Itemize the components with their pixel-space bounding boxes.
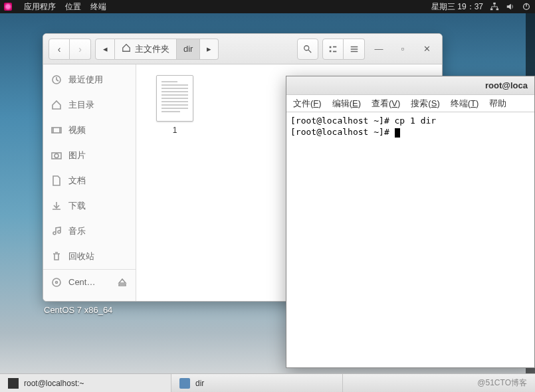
svg-rect-0 xyxy=(493,3,496,5)
svg-point-18 xyxy=(53,278,60,286)
terminal-line: [root@localhost ~]# xyxy=(290,127,395,137)
back-button[interactable]: ‹ xyxy=(49,39,70,60)
svg-rect-10 xyxy=(333,50,336,52)
volume-icon[interactable] xyxy=(506,2,515,11)
file-manager-sidebar: 最近使用 主目录 视频 图片 文档 下载 音乐 回收站 Cent… xyxy=(43,64,136,301)
activities-icon[interactable] xyxy=(4,3,12,11)
terminal-cursor xyxy=(395,128,400,138)
maximize-button[interactable]: ▫ xyxy=(393,40,413,58)
svg-rect-2 xyxy=(496,9,499,11)
svg-point-17 xyxy=(54,154,58,158)
sidebar-label: 音乐 xyxy=(68,225,86,237)
path-prev-button[interactable]: ◂ xyxy=(95,39,115,60)
taskbar: root@localhost:~ dir @51CTO博客 xyxy=(0,373,535,392)
sidebar-label: 最近使用 xyxy=(68,74,103,86)
camera-icon xyxy=(51,150,62,161)
terminal-line: [root@localhost ~]# cp 1 dir xyxy=(290,116,436,126)
path-home-label: 主文件夹 xyxy=(135,43,169,55)
svg-rect-7 xyxy=(330,46,332,48)
svg-rect-8 xyxy=(330,50,332,52)
sidebar-item-documents[interactable]: 文档 xyxy=(43,168,136,193)
power-icon[interactable] xyxy=(522,2,531,11)
svg-point-19 xyxy=(56,281,58,283)
menu-terminal[interactable]: 终端(T) xyxy=(451,98,479,110)
menu-places[interactable]: 位置 xyxy=(65,1,81,13)
sidebar-item-pictures[interactable]: 图片 xyxy=(43,143,136,168)
sidebar-item-recent[interactable]: 最近使用 xyxy=(43,67,136,92)
home-icon xyxy=(122,43,131,54)
clock-icon xyxy=(51,74,62,85)
close-button[interactable]: ✕ xyxy=(417,40,437,58)
path-bar: ◂ 主文件夹 dir ▸ xyxy=(95,39,219,60)
file-manager-toolbar: ‹ › ◂ 主文件夹 dir ▸ — ▫ ✕ xyxy=(43,34,442,64)
folder-task-icon xyxy=(179,378,190,389)
svg-rect-9 xyxy=(333,46,336,47)
path-next-button[interactable]: ▸ xyxy=(200,39,219,60)
nav-group: ‹ › xyxy=(49,39,91,60)
menu-applications[interactable]: 应用程序 xyxy=(24,1,56,13)
sidebar-label: 主目录 xyxy=(68,99,94,111)
sidebar-item-home[interactable]: 主目录 xyxy=(43,92,136,118)
sidebar-item-disc[interactable]: Cent… xyxy=(43,269,136,294)
home-icon xyxy=(51,100,62,110)
sidebar-item-music[interactable]: 音乐 xyxy=(43,219,136,244)
eject-icon[interactable] xyxy=(117,277,128,288)
download-icon xyxy=(51,201,62,211)
sidebar-label: 文档 xyxy=(68,175,86,187)
terminal-menubar: 文件(F) 编辑(E) 查看(V) 搜索(S) 终端(T) 帮助 xyxy=(286,95,534,112)
sidebar-item-trash[interactable]: 回收站 xyxy=(43,244,136,269)
svg-point-5 xyxy=(304,45,309,50)
clock[interactable]: 星期三 19：37 xyxy=(431,1,483,13)
disc-icon xyxy=(51,277,62,288)
watermark: @51CTO博客 xyxy=(469,377,535,389)
view-menu-button[interactable] xyxy=(344,39,365,60)
terminal-window: root@loca 文件(F) 编辑(E) 查看(V) 搜索(S) 终端(T) … xyxy=(286,76,535,368)
menu-help[interactable]: 帮助 xyxy=(489,98,506,110)
path-home[interactable]: 主文件夹 xyxy=(115,39,177,60)
terminal-title-text: root@loca xyxy=(485,80,528,90)
file-item[interactable]: 1 xyxy=(151,75,199,135)
forward-button[interactable]: › xyxy=(70,39,91,60)
terminal-body[interactable]: [root@localhost ~]# cp 1 dir [root@local… xyxy=(286,112,534,367)
menu-edit[interactable]: 编辑(E) xyxy=(332,98,361,110)
menu-view[interactable]: 查看(V) xyxy=(372,98,400,110)
path-dir[interactable]: dir xyxy=(177,39,200,60)
desktop-media-label[interactable]: CentOS 7 x86_64 xyxy=(44,305,112,315)
video-icon xyxy=(51,125,62,136)
svg-line-6 xyxy=(308,49,311,52)
sidebar-label: 视频 xyxy=(68,124,86,136)
menu-terminal[interactable]: 终端 xyxy=(90,1,106,13)
network-icon[interactable] xyxy=(490,2,499,11)
menu-file[interactable]: 文件(F) xyxy=(293,98,322,110)
document-icon xyxy=(51,175,62,186)
view-list-button[interactable] xyxy=(322,39,344,60)
terminal-task-icon xyxy=(8,378,19,389)
top-panel: 应用程序 位置 终端 星期三 19：37 xyxy=(0,0,535,13)
task-label: root@localhost:~ xyxy=(24,379,84,388)
menu-search[interactable]: 搜索(S) xyxy=(411,98,439,110)
sidebar-item-video[interactable]: 视频 xyxy=(43,118,136,143)
sidebar-item-downloads[interactable]: 下载 xyxy=(43,193,136,219)
minimize-button[interactable]: — xyxy=(369,40,389,58)
sidebar-label: 图片 xyxy=(68,149,86,161)
svg-rect-1 xyxy=(490,9,493,11)
task-label: dir xyxy=(195,379,204,388)
sidebar-label: Cent… xyxy=(68,277,95,287)
terminal-titlebar[interactable]: root@loca xyxy=(286,76,534,95)
music-icon xyxy=(51,226,62,237)
search-button[interactable] xyxy=(297,39,318,60)
sidebar-label: 回收站 xyxy=(68,250,94,262)
task-terminal[interactable]: root@localhost:~ xyxy=(0,374,171,392)
trash-icon xyxy=(51,251,62,262)
text-file-icon xyxy=(156,75,193,122)
task-files[interactable]: dir xyxy=(171,374,343,392)
sidebar-label: 下载 xyxy=(68,200,86,212)
file-label: 1 xyxy=(173,126,177,135)
